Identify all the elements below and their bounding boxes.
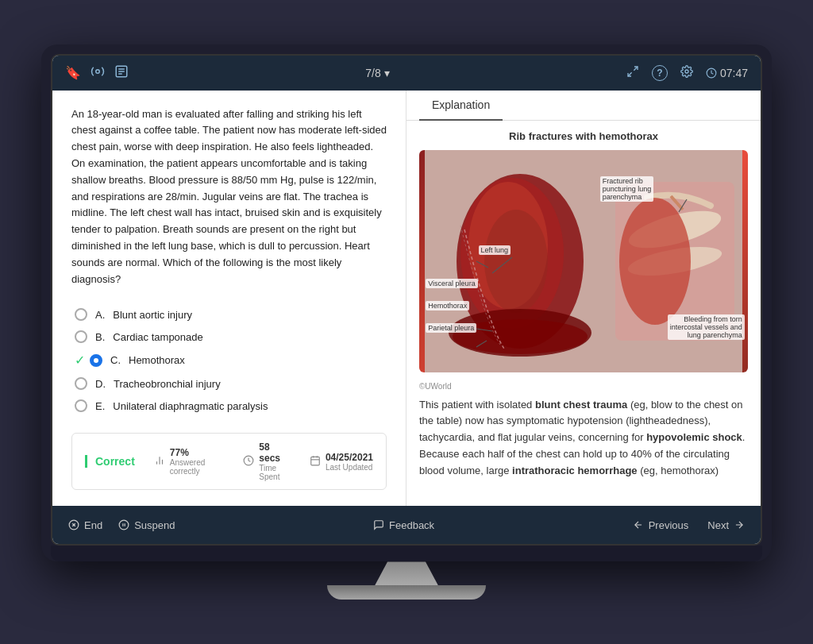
previous-label: Previous <box>649 519 689 531</box>
next-button[interactable]: Next <box>707 519 745 531</box>
anatomy-diagram: Fractured ribpuncturing lungparenchyma L… <box>419 150 748 372</box>
settings-icon[interactable] <box>680 65 693 80</box>
radio-E <box>75 399 87 412</box>
toolbar-icons: 🔖 <box>65 64 129 82</box>
stat-percent-label: Answered correctly <box>170 458 225 476</box>
feedback-button[interactable]: Feedback <box>373 519 434 531</box>
bottom-bar: End Suspend Feedback <box>52 506 761 544</box>
progress-chevron: ▾ <box>384 67 390 79</box>
suspend-label: Suspend <box>134 519 175 531</box>
stat-date-label: Last Updated <box>326 463 373 472</box>
bottom-left-controls: End Suspend <box>68 519 175 531</box>
stand-base <box>327 585 486 600</box>
svg-point-36 <box>119 521 129 530</box>
svg-rect-13 <box>311 457 320 465</box>
radio-C <box>90 354 102 367</box>
chart-icon <box>154 455 165 469</box>
svg-point-25 <box>619 198 691 325</box>
svg-point-27 <box>453 319 588 354</box>
progress-text: 7/8 <box>365 67 380 79</box>
question-text: An 18-year-old man is evaluated after fa… <box>71 106 387 288</box>
fullscreen-icon[interactable] <box>626 65 639 80</box>
monitor-stand <box>327 561 486 600</box>
next-label: Next <box>707 519 729 531</box>
bookmark-icon[interactable]: 🔖 <box>65 65 81 80</box>
time-display: 07:47 <box>706 67 748 79</box>
svg-point-0 <box>96 69 100 73</box>
option-A[interactable]: A. Blunt aortic injury <box>71 303 387 326</box>
svg-point-21 <box>484 210 548 313</box>
previous-button[interactable]: Previous <box>633 519 689 531</box>
option-E[interactable]: E. Unilateral diaphragmatic paralysis <box>71 395 387 417</box>
navigation-controls: Previous Next <box>633 519 745 531</box>
stat-time-label: Time Spent <box>259 464 291 481</box>
option-C[interactable]: ✓ C. Hemothorax <box>71 348 387 372</box>
explanation-content: Rib fractures with hemothorax <box>406 121 761 489</box>
option-D[interactable]: D. Tracheobronchial injury <box>71 372 387 395</box>
tab-explanation[interactable]: Explanation <box>419 91 503 121</box>
monitor-bottom-bezel <box>51 546 762 561</box>
feedback-label: Feedback <box>389 519 434 531</box>
help-icon[interactable]: ? <box>652 65 668 81</box>
notes-icon[interactable] <box>114 64 129 82</box>
end-label: End <box>84 519 102 531</box>
top-bar-right-icons: ? 07:47 <box>626 65 748 81</box>
copyright-text: ©UWorld <box>419 382 748 391</box>
diagram-title: Rib fractures with hemothorax <box>419 130 748 142</box>
stat-date: 04/25/2021 Last Updated <box>310 452 373 472</box>
suspend-button[interactable]: Suspend <box>118 519 175 531</box>
svg-line-5 <box>634 67 638 71</box>
stat-percent-value: 77% <box>170 447 225 458</box>
clock-time: 07:47 <box>720 67 748 79</box>
correct-label: Correct <box>85 455 135 468</box>
option-B[interactable]: B. Cardiac tamponade <box>71 326 387 348</box>
stat-percent: 77% Answered correctly <box>154 447 225 476</box>
end-button[interactable]: End <box>68 519 102 531</box>
svg-point-7 <box>685 70 688 73</box>
time-icon <box>243 455 254 469</box>
explanation-text: This patient with isolated blunt chest t… <box>419 397 748 480</box>
radio-A <box>75 308 87 321</box>
stat-time: 58 secs Time Spent <box>243 442 291 481</box>
radio-D <box>75 377 87 390</box>
tutor-icon[interactable] <box>91 64 105 82</box>
correct-checkmark: ✓ <box>75 353 85 368</box>
question-panel: An 18-year-old man is evaluated after fa… <box>52 91 406 507</box>
stat-time-value: 58 secs <box>259 442 291 464</box>
svg-line-6 <box>628 72 632 76</box>
stat-date-value: 04/25/2021 <box>326 452 373 463</box>
main-content: An 18-year-old man is evaluated after fa… <box>52 91 761 507</box>
explanation-tabs: Explanation <box>406 91 761 121</box>
radio-B <box>75 330 87 343</box>
answer-options: A. Blunt aortic injury B. Cardiac tampon… <box>71 303 387 417</box>
calendar-icon <box>310 455 321 469</box>
progress-indicator[interactable]: 7/8 ▾ <box>365 67 389 79</box>
stand-neck <box>375 561 438 585</box>
top-bar: 🔖 7/8 ▾ <box>52 56 761 91</box>
stats-bar: Correct 77% Answered correctly <box>71 433 387 490</box>
explanation-panel: Explanation Rib fractures with hemothora… <box>406 91 761 507</box>
